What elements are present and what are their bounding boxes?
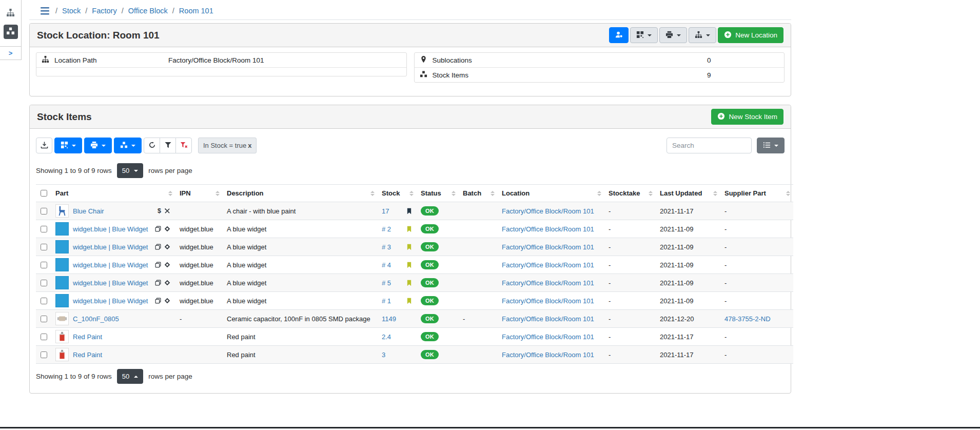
funnel-clear-icon [180, 141, 188, 150]
supplier-part-cell: 478-3755-2-ND [720, 310, 793, 328]
table-row[interactable]: Red Paint Red paint 2.4 OK Factory/Offic… [36, 328, 793, 346]
new-stock-item-button[interactable]: New Stock Item [711, 109, 783, 125]
column-header-batch[interactable]: Batch [459, 185, 498, 202]
column-header-stock[interactable]: Stock [378, 185, 417, 202]
stock-link[interactable]: # 3 [382, 243, 391, 251]
breadcrumb-link-0[interactable]: Stock [62, 7, 81, 15]
yellow-bookmark-icon [406, 280, 413, 286]
stock-link[interactable]: # 1 [382, 297, 391, 305]
column-header-supplier-part[interactable]: Supplier Part [720, 185, 793, 202]
location-link[interactable]: Factory/Office Block/Room 101 [502, 351, 594, 359]
row-checkbox[interactable] [41, 208, 47, 214]
table-row[interactable]: widget.blue | Blue Widget widget.blue A … [36, 256, 793, 274]
stock-link[interactable]: 1149 [382, 315, 396, 323]
sidebar-location-tree-button[interactable] [4, 6, 18, 21]
plus-circle-icon [717, 112, 725, 122]
row-checkbox[interactable] [41, 316, 47, 322]
part-link[interactable]: widget.blue | Blue Widget [73, 297, 148, 305]
row-checkbox[interactable] [41, 262, 47, 268]
table-row[interactable]: widget.blue | Blue Widget widget.blue A … [36, 292, 793, 310]
breadcrumb-link-2[interactable]: Office Block [128, 7, 168, 15]
part-link[interactable]: widget.blue | Blue Widget [73, 225, 148, 233]
part-link[interactable]: Red Paint [73, 351, 102, 359]
column-header-ipn[interactable]: IPN [175, 185, 223, 202]
table-row[interactable]: widget.blue | Blue Widget widget.blue A … [36, 238, 793, 256]
page-title: Stock Location: Room 101 [37, 30, 160, 41]
map-marker-icon [420, 55, 427, 65]
part-link[interactable]: widget.blue | Blue Widget [73, 261, 148, 269]
row-checkbox[interactable] [41, 226, 47, 232]
page-size-dropdown[interactable]: 50 [117, 163, 143, 178]
location-link[interactable]: Factory/Office Block/Room 101 [502, 297, 594, 305]
stock-link[interactable]: 3 [382, 351, 385, 359]
search-input[interactable] [667, 138, 752, 153]
location-link[interactable]: Factory/Office Block/Room 101 [502, 333, 594, 341]
stock-items-panel: Stock Items New Stock Item [29, 105, 791, 394]
supplier-part-link[interactable]: 478-3755-2-ND [724, 315, 771, 323]
serial-icon [164, 298, 170, 304]
print-actions-dropdown[interactable] [659, 27, 687, 43]
breadcrumb-separator: / [172, 7, 174, 15]
status-badge: OK [421, 224, 439, 233]
stock-link[interactable]: 17 [382, 207, 389, 215]
page-size-dropdown[interactable]: 50 [117, 369, 143, 384]
column-header-status[interactable]: Status [417, 185, 459, 202]
part-link[interactable]: widget.blue | Blue Widget [73, 279, 148, 287]
location-actions-dropdown[interactable] [689, 27, 716, 43]
table-row[interactable]: C_100nF_0805 - Ceramic capacitor, 100nF … [36, 310, 793, 328]
caret-down-icon [774, 145, 778, 147]
sidebar-expand-button[interactable]: > [0, 46, 22, 60]
column-header-stocktake[interactable]: Stocktake [604, 185, 656, 202]
stock-link[interactable]: # 5 [382, 279, 391, 287]
location-link[interactable]: Factory/Office Block/Room 101 [502, 225, 594, 233]
table-row[interactable]: widget.blue | Blue Widget widget.blue A … [36, 274, 793, 292]
column-header-description[interactable]: Description [223, 185, 378, 202]
qr-grid-icon [61, 141, 68, 150]
location-link[interactable]: Factory/Office Block/Room 101 [502, 261, 594, 269]
barcode-actions-dropdown[interactable] [630, 27, 658, 43]
toolbar-stock-actions-dropdown[interactable] [114, 138, 142, 153]
table-row[interactable]: widget.blue | Blue Widget widget.blue A … [36, 220, 793, 238]
location-link[interactable]: Factory/Office Block/Room 101 [502, 243, 594, 251]
new-location-button[interactable]: New Location [718, 27, 783, 43]
hamburger-menu-icon[interactable] [41, 7, 49, 15]
row-checkbox[interactable] [41, 334, 47, 340]
table-row[interactable]: Red Paint Red paint 3 OK Factory/Office … [36, 346, 793, 364]
row-checkbox[interactable] [41, 244, 47, 250]
column-header-location[interactable]: Location [498, 185, 604, 202]
toolbar-print-dropdown[interactable] [84, 138, 112, 153]
location-link[interactable]: Factory/Office Block/Room 101 [502, 315, 594, 323]
filter-button[interactable] [160, 138, 176, 153]
part-link[interactable]: C_100nF_0805 [73, 315, 119, 323]
part-link[interactable]: widget.blue | Blue Widget [73, 243, 148, 251]
part-link[interactable]: Red Paint [73, 333, 102, 341]
location-link[interactable]: Factory/Office Block/Room 101 [502, 279, 594, 287]
last-updated-cell: 2021-11-09 [656, 238, 720, 256]
row-checkbox[interactable] [41, 298, 47, 304]
row-checkbox[interactable] [41, 351, 47, 358]
sidebar-stock-button[interactable] [4, 25, 18, 39]
refresh-button[interactable] [144, 138, 160, 153]
column-header-last-updated[interactable]: Last Updated [656, 185, 720, 202]
remove-filter-x[interactable]: x [248, 142, 251, 149]
breadcrumb-link-1[interactable]: Factory [92, 7, 116, 15]
admin-button[interactable] [609, 27, 629, 43]
table-columns-dropdown[interactable] [757, 138, 785, 153]
select-all-checkbox[interactable] [41, 190, 47, 197]
stock-link[interactable]: # 2 [382, 225, 391, 233]
breadcrumb-link-3[interactable]: Room 101 [179, 7, 213, 15]
clear-filters-button[interactable] [175, 138, 192, 153]
export-button[interactable] [36, 138, 52, 153]
sort-carets-icon [370, 191, 375, 196]
row-checkbox[interactable] [41, 280, 47, 286]
breadcrumb-separator: / [55, 7, 57, 15]
location-link[interactable]: Factory/Office Block/Room 101 [502, 207, 594, 215]
column-header-part[interactable]: Part [51, 185, 175, 202]
caret-down-icon [72, 145, 76, 147]
stock-link[interactable]: # 4 [382, 261, 391, 269]
part-link[interactable]: Blue Chair [73, 207, 104, 215]
toolbar-barcode-dropdown[interactable] [54, 138, 82, 153]
part-thumbnail [55, 348, 69, 361]
stock-link[interactable]: 2.4 [382, 333, 391, 341]
table-row[interactable]: Blue Chair $ A chair - with blue paint 1… [36, 202, 793, 220]
